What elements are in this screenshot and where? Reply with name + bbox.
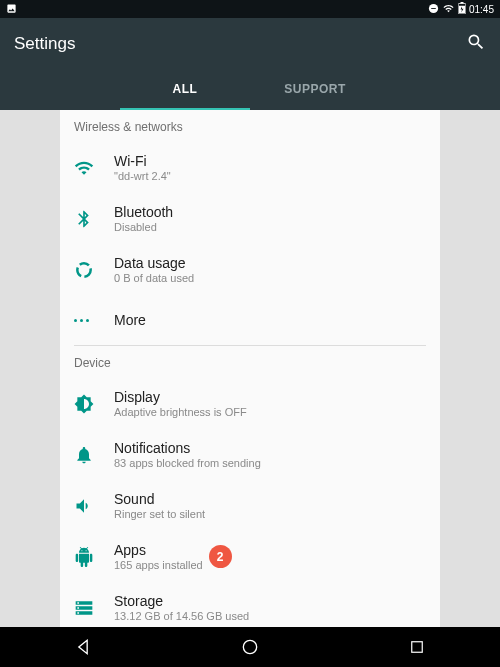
list-item-storage[interactable]: Storage 13.12 GB of 14.56 GB used bbox=[60, 582, 440, 627]
image-icon bbox=[6, 3, 17, 16]
item-title: Data usage bbox=[114, 255, 426, 271]
home-button[interactable] bbox=[210, 627, 290, 667]
page-title: Settings bbox=[14, 34, 75, 54]
item-title: Bluetooth bbox=[114, 204, 426, 220]
svg-rect-3 bbox=[460, 2, 463, 4]
list-item-bluetooth[interactable]: Bluetooth Disabled bbox=[60, 193, 440, 244]
list-item-sound[interactable]: Sound Ringer set to silent bbox=[60, 480, 440, 531]
list-item-more[interactable]: More bbox=[60, 295, 440, 345]
navigation-bar bbox=[0, 627, 500, 667]
dnd-icon bbox=[428, 3, 439, 16]
list-item-data-usage[interactable]: Data usage 0 B of data used bbox=[60, 244, 440, 295]
battery-status-icon bbox=[458, 2, 466, 16]
svg-rect-7 bbox=[411, 642, 422, 653]
sound-icon bbox=[74, 496, 114, 516]
svg-rect-1 bbox=[431, 8, 436, 9]
item-title: Wi-Fi bbox=[114, 153, 426, 169]
list-item-apps[interactable]: Apps 165 apps installed 2 bbox=[60, 531, 440, 582]
item-title: More bbox=[114, 312, 426, 328]
settings-list[interactable]: Wireless & networks Wi-Fi "dd-wrt 2.4" B… bbox=[60, 110, 440, 627]
item-sub: Adaptive brightness is OFF bbox=[114, 406, 426, 418]
item-title: Notifications bbox=[114, 440, 426, 456]
svg-point-5 bbox=[77, 263, 90, 276]
back-button[interactable] bbox=[43, 627, 123, 667]
item-title: Sound bbox=[114, 491, 426, 507]
search-icon[interactable] bbox=[466, 32, 486, 56]
status-bar: 01:45 bbox=[0, 0, 500, 18]
data-usage-icon bbox=[74, 260, 114, 280]
tab-all[interactable]: All bbox=[120, 70, 250, 110]
item-sub: "dd-wrt 2.4" bbox=[114, 170, 426, 182]
list-item-wifi[interactable]: Wi-Fi "dd-wrt 2.4" bbox=[60, 142, 440, 193]
section-device: Device bbox=[60, 346, 440, 378]
item-sub: Ringer set to silent bbox=[114, 508, 426, 520]
section-wireless: Wireless & networks bbox=[60, 110, 440, 142]
tab-support[interactable]: Support bbox=[250, 70, 380, 110]
item-title: Display bbox=[114, 389, 426, 405]
settings-list-wrap: Wireless & networks Wi-Fi "dd-wrt 2.4" B… bbox=[0, 110, 500, 627]
item-sub: 83 apps blocked from sending bbox=[114, 457, 426, 469]
list-item-display[interactable]: Display Adaptive brightness is OFF bbox=[60, 378, 440, 429]
tabs: All Support bbox=[0, 70, 500, 110]
display-icon bbox=[74, 394, 114, 414]
wifi-icon bbox=[74, 158, 114, 178]
more-icon bbox=[74, 319, 114, 322]
item-title: Storage bbox=[114, 593, 426, 609]
list-item-notifications[interactable]: Notifications 83 apps blocked from sendi… bbox=[60, 429, 440, 480]
storage-icon bbox=[74, 598, 114, 618]
item-sub: 13.12 GB of 14.56 GB used bbox=[114, 610, 426, 622]
item-sub: 165 apps installed bbox=[114, 559, 203, 571]
item-sub: 0 B of data used bbox=[114, 272, 426, 284]
overview-button[interactable] bbox=[377, 627, 457, 667]
item-sub: Disabled bbox=[114, 221, 426, 233]
item-title: Apps bbox=[114, 542, 203, 558]
app-bar: Settings All Support bbox=[0, 18, 500, 110]
wifi-status-icon bbox=[442, 3, 455, 16]
apps-icon bbox=[74, 547, 114, 567]
svg-point-6 bbox=[243, 640, 256, 653]
apps-badge: 2 bbox=[209, 545, 232, 568]
status-time: 01:45 bbox=[469, 4, 494, 15]
notifications-icon bbox=[74, 445, 114, 465]
bluetooth-icon bbox=[74, 209, 114, 229]
